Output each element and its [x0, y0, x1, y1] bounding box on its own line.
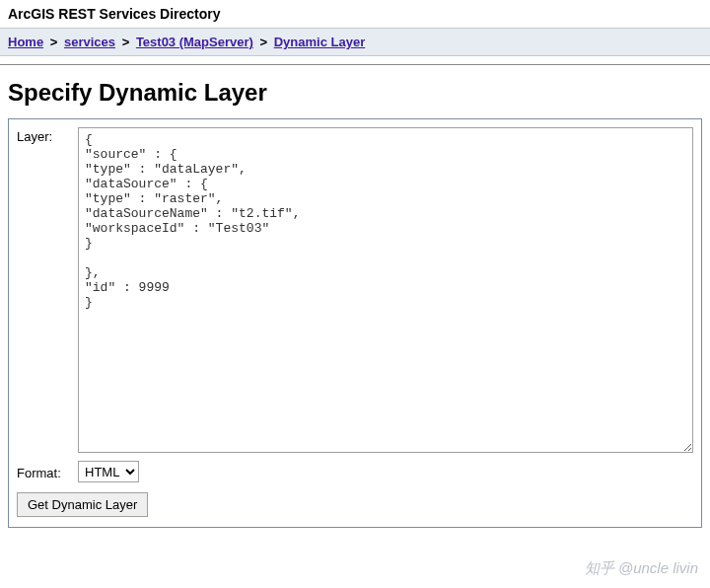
layer-label: Layer:: [17, 127, 78, 144]
format-row: Format: HTML: [17, 461, 693, 482]
layer-textarea[interactable]: { "source" : { "type" : "dataLayer", "da…: [78, 127, 693, 453]
layer-row: Layer: { "source" : { "type" : "dataLaye…: [17, 127, 693, 453]
breadcrumb-dynamic-layer[interactable]: Dynamic Layer: [274, 35, 366, 49]
form-container: Layer: { "source" : { "type" : "dataLaye…: [8, 118, 702, 528]
breadcrumb-sep: >: [47, 35, 61, 49]
breadcrumb-sep: >: [256, 35, 270, 49]
breadcrumb-sep: >: [119, 35, 133, 49]
breadcrumb: Home > services > Test03 (MapServer) > D…: [0, 28, 710, 56]
page-title: ArcGIS REST Services Directory: [0, 0, 710, 28]
page-heading: Specify Dynamic Layer: [0, 65, 710, 118]
breadcrumb-home[interactable]: Home: [8, 35, 43, 49]
get-dynamic-layer-button[interactable]: Get Dynamic Layer: [17, 492, 148, 517]
breadcrumb-test03[interactable]: Test03 (MapServer): [136, 35, 253, 49]
breadcrumb-services[interactable]: services: [64, 35, 115, 49]
format-select[interactable]: HTML: [78, 461, 139, 482]
format-label: Format:: [17, 464, 78, 480]
